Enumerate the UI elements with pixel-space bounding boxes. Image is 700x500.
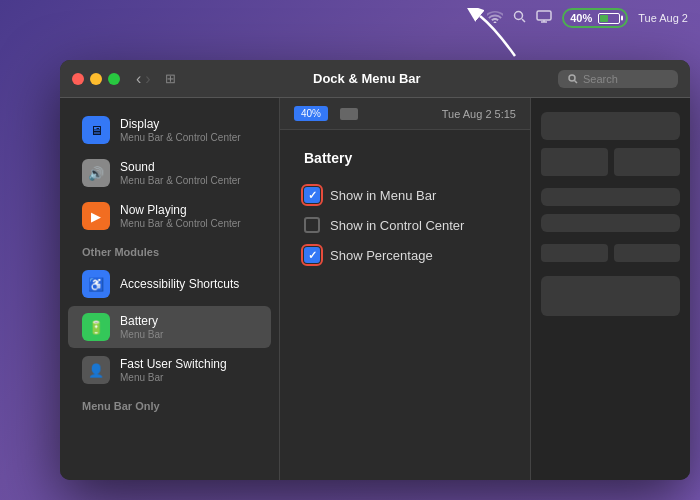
show-control-center-row: Show in Control Center: [304, 210, 506, 240]
search-placeholder: Search: [583, 73, 618, 85]
main-content: 40% Tue Aug 2 5:15 Battery ✓ Show in Men…: [280, 98, 530, 480]
checkmark-2: ✓: [308, 250, 317, 261]
svg-point-0: [515, 12, 523, 20]
show-percentage-label: Show Percentage: [330, 248, 433, 263]
accessibility-icon: ♿: [82, 270, 110, 298]
traffic-lights: [72, 73, 120, 85]
display-label: Display: [120, 117, 257, 131]
close-button[interactable]: [72, 73, 84, 85]
preview-block-5: [541, 214, 680, 232]
show-control-center-checkbox[interactable]: [304, 217, 320, 233]
fast-user-sublabel: Menu Bar: [120, 372, 257, 383]
search-menubar-icon: [513, 10, 526, 26]
settings-window: ‹ › ⊞ Dock & Menu Bar Search 🖥 Display M…: [60, 60, 690, 480]
sidebar-item-sound[interactable]: 🔊 Sound Menu Bar & Control Center: [68, 152, 271, 194]
battery-label: Battery: [120, 314, 257, 328]
clock-label: Tue Aug 2: [638, 12, 688, 24]
preview-block-7: [614, 244, 681, 262]
sidebar-item-now-playing[interactable]: ▶ Now Playing Menu Bar & Control Center: [68, 195, 271, 237]
battery-sublabel: Menu Bar: [120, 329, 257, 340]
preview-block-4: [541, 188, 680, 206]
system-menu-bar: 40% Tue Aug 2: [0, 0, 700, 36]
preview-block-6: [541, 244, 608, 262]
fast-user-label: Fast User Switching: [120, 357, 257, 371]
wifi-icon: [487, 11, 503, 26]
title-bar: ‹ › ⊞ Dock & Menu Bar Search: [60, 60, 690, 98]
show-percentage-checkbox[interactable]: ✓: [304, 247, 320, 263]
other-modules-header: Other Modules: [60, 238, 279, 262]
show-menu-bar-label: Show in Menu Bar: [330, 188, 436, 203]
preview-display-icon: [340, 108, 358, 120]
sound-sublabel: Menu Bar & Control Center: [120, 175, 257, 186]
preview-time: Tue Aug 2 5:15: [442, 108, 516, 120]
search-bar[interactable]: Search: [558, 70, 678, 88]
menu-bar-only-header: Menu Bar Only: [60, 392, 279, 416]
display-icon: 🖥: [82, 116, 110, 144]
show-menu-bar-checkbox[interactable]: ✓: [304, 187, 320, 203]
svg-point-6: [569, 75, 575, 81]
back-arrow[interactable]: ‹: [136, 70, 141, 88]
display-sublabel: Menu Bar & Control Center: [120, 132, 257, 143]
svg-line-1: [522, 19, 525, 22]
nav-arrows: ‹ ›: [136, 70, 151, 88]
forward-arrow[interactable]: ›: [145, 70, 150, 88]
sound-icon: 🔊: [82, 159, 110, 187]
svg-rect-2: [537, 11, 551, 20]
sidebar-item-fast-user[interactable]: 👤 Fast User Switching Menu Bar: [68, 349, 271, 391]
preview-battery-label: 40%: [294, 106, 328, 121]
now-playing-icon: ▶: [82, 202, 110, 230]
show-menu-bar-row: ✓ Show in Menu Bar: [304, 180, 506, 210]
window-title: Dock & Menu Bar: [184, 71, 550, 86]
sidebar-item-accessibility[interactable]: ♿ Accessibility Shortcuts: [68, 263, 271, 305]
preview-block-8: [541, 276, 680, 316]
sound-label: Sound: [120, 160, 257, 174]
show-percentage-row: ✓ Show Percentage: [304, 240, 506, 270]
battery-section-title: Battery: [304, 150, 506, 166]
sidebar: 🖥 Display Menu Bar & Control Center 🔊 So…: [60, 98, 280, 480]
window-body: 🖥 Display Menu Bar & Control Center 🔊 So…: [60, 98, 690, 480]
battery-icon: [598, 13, 620, 24]
grid-icon: ⊞: [165, 71, 176, 86]
battery-percent-label: 40%: [570, 12, 592, 24]
show-control-center-label: Show in Control Center: [330, 218, 464, 233]
right-preview: [530, 98, 690, 480]
preview-block-1: [541, 112, 680, 140]
minimize-button[interactable]: [90, 73, 102, 85]
maximize-button[interactable]: [108, 73, 120, 85]
preview-bar: 40% Tue Aug 2 5:15: [280, 98, 530, 130]
fast-user-icon: 👤: [82, 356, 110, 384]
battery-indicator: 40%: [562, 8, 628, 28]
settings-panel: Battery ✓ Show in Menu Bar Show in Contr…: [280, 130, 530, 480]
battery-sidebar-icon: 🔋: [82, 313, 110, 341]
preview-block-3: [614, 148, 681, 176]
now-playing-label: Now Playing: [120, 203, 257, 217]
svg-line-7: [575, 80, 578, 83]
preview-block-2: [541, 148, 608, 176]
display-menubar-icon: [536, 10, 552, 26]
now-playing-sublabel: Menu Bar & Control Center: [120, 218, 257, 229]
sidebar-item-battery[interactable]: 🔋 Battery Menu Bar: [68, 306, 271, 348]
sidebar-item-display[interactable]: 🖥 Display Menu Bar & Control Center: [68, 109, 271, 151]
accessibility-label: Accessibility Shortcuts: [120, 277, 257, 291]
checkmark-1: ✓: [308, 190, 317, 201]
